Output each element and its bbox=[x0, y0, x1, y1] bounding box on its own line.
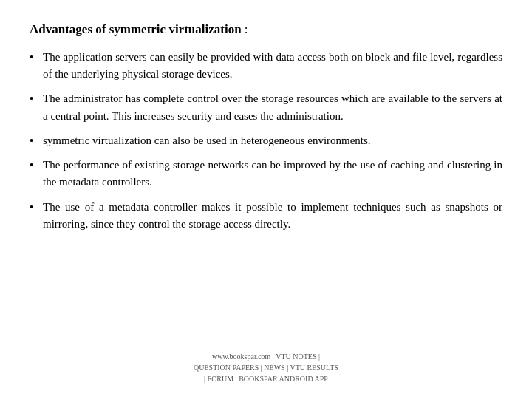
bullet-list: •The application servers can easily be p… bbox=[30, 49, 502, 342]
bullet-text-1: The application servers can easily be pr… bbox=[43, 49, 502, 83]
bullet-symbol: • bbox=[30, 49, 43, 66]
list-item: •symmetric virtualization can also be us… bbox=[30, 132, 502, 149]
bullet-text-4: The performance of existing storage netw… bbox=[43, 157, 502, 191]
footer-line3: | FORUM | BOOKSPAR ANDROID APP bbox=[30, 373, 502, 384]
footer: www.bookspar.com | VTU NOTES | QUESTION … bbox=[30, 351, 502, 384]
bullet-text-5: The use of a metadata controller makes i… bbox=[43, 199, 502, 233]
list-item: •The administrator has complete control … bbox=[30, 90, 502, 125]
bullet-symbol: • bbox=[30, 132, 43, 149]
title-bold: Advantages of symmetric virtualization bbox=[30, 22, 242, 36]
page-container: Advantages of symmetric virtualization :… bbox=[0, 0, 532, 399]
page-title: Advantages of symmetric virtualization : bbox=[30, 21, 502, 38]
list-item: •The application servers can easily be p… bbox=[30, 49, 502, 83]
footer-line1: www.bookspar.com | VTU NOTES | bbox=[30, 351, 502, 362]
title-colon: : bbox=[242, 22, 248, 36]
bullet-symbol: • bbox=[30, 199, 43, 216]
bullet-text-2: The administrator has complete control o… bbox=[43, 90, 502, 125]
list-item: •The performance of existing storage net… bbox=[30, 157, 502, 191]
bullet-symbol: • bbox=[30, 90, 43, 107]
bullet-symbol: • bbox=[30, 157, 43, 174]
footer-line2: QUESTION PAPERS | NEWS | VTU RESULTS bbox=[30, 362, 502, 373]
list-item: •The use of a metadata controller makes … bbox=[30, 199, 502, 233]
bullet-text-3: symmetric virtualization can also be use… bbox=[43, 132, 502, 149]
